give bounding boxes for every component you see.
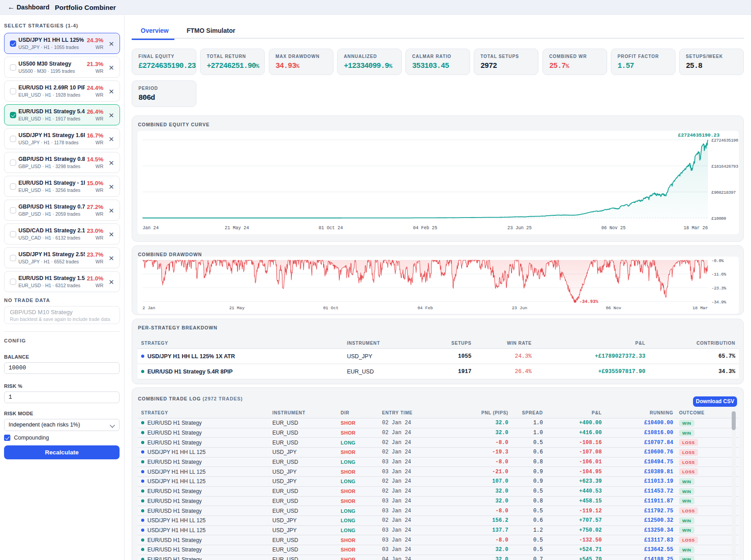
svg-text:-11.6%: -11.6% <box>711 272 726 277</box>
svg-text:06 Nov 25: 06 Nov 25 <box>601 226 626 231</box>
svg-text:£908218397: £908218397 <box>711 190 736 195</box>
svg-text:£2724635190: £2724635190 <box>711 138 738 143</box>
svg-text:23 Jun 25: 23 Jun 25 <box>507 226 532 231</box>
svg-text:£10000: £10000 <box>711 216 726 221</box>
svg-text:04 Feb 25: 04 Feb 25 <box>413 226 437 231</box>
svg-text:06 Nov: 06 Nov <box>606 306 622 311</box>
svg-text:01 Oct 24: 01 Oct 24 <box>319 226 343 231</box>
svg-text:01 Oct: 01 Oct <box>323 306 338 311</box>
svg-text:£1816426793: £1816426793 <box>711 164 738 169</box>
svg-text:Jan 24: Jan 24 <box>142 226 159 231</box>
svg-text:18 Mar: 18 Mar <box>693 306 708 311</box>
svg-text:-23.3%: -23.3% <box>711 286 726 291</box>
svg-text:2 Jan: 2 Jan <box>142 306 156 311</box>
svg-text:£2724635190.23: £2724635190.23 <box>678 133 720 138</box>
svg-text:04 Feb: 04 Feb <box>418 306 433 311</box>
svg-text:23 Jun: 23 Jun <box>512 306 527 311</box>
svg-text:21 May 24: 21 May 24 <box>225 226 249 231</box>
svg-text:-0.0%: -0.0% <box>711 258 724 263</box>
svg-text:-34.93%: -34.93% <box>579 299 598 304</box>
svg-text:21 May: 21 May <box>229 306 245 311</box>
svg-text:-34.9%: -34.9% <box>711 300 726 305</box>
svg-text:18 Mar 26: 18 Mar 26 <box>684 226 708 231</box>
